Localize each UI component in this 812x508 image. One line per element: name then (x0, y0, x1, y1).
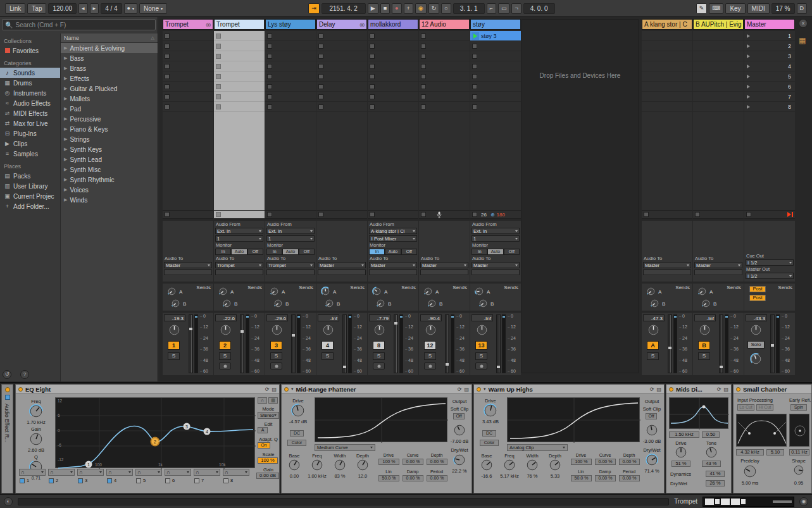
saturator-knob-group[interactable]: Width 76 % (521, 453, 544, 481)
pan-knob[interactable] (425, 324, 437, 336)
clip-slot[interactable] (214, 82, 265, 92)
output-knob[interactable] (646, 424, 658, 437)
scene-slot[interactable]: 7 (744, 92, 795, 102)
device-activator[interactable] (18, 387, 23, 392)
ws-param[interactable]: Period0.00 % (426, 469, 450, 485)
volume-fader[interactable] (445, 314, 449, 373)
key-midi-status-icon[interactable]: ◉ (799, 497, 808, 506)
send-b-knob[interactable] (650, 299, 659, 308)
band-enable-checkbox[interactable] (107, 478, 112, 483)
browser-folder-item[interactable]: ▶ Synth Keys (61, 144, 158, 154)
master-out-select[interactable]: ‖1/2 (746, 273, 794, 279)
output-channel-box[interactable] (643, 269, 691, 275)
volume-fader[interactable] (342, 314, 347, 373)
solo-button[interactable]: S (270, 352, 282, 360)
eq-band-slot[interactable]: ∩ 5 (135, 469, 162, 483)
output-select[interactable]: Master (472, 262, 520, 268)
device-chain-overview[interactable] (703, 497, 794, 507)
solo-button[interactable]: S (219, 352, 231, 360)
soft-clip-toggle[interactable]: Off (646, 413, 657, 419)
send-a-knob[interactable] (646, 287, 656, 296)
scene-launch-icon[interactable] (747, 105, 750, 109)
clip-slot[interactable] (214, 102, 265, 112)
ws-param[interactable]: Depth0.00 % (426, 453, 450, 468)
track-activator[interactable]: B (698, 341, 710, 350)
device-activator[interactable] (736, 387, 740, 392)
mids-tone-knob[interactable] (705, 446, 718, 459)
mixer-view-toggle[interactable]: X (799, 19, 808, 28)
clip-playing[interactable]: støy 3 (470, 31, 521, 41)
mids-drive-knob[interactable] (675, 446, 687, 459)
eq-band-slot[interactable]: ∩ 4 (106, 469, 133, 483)
track-status-row[interactable] (316, 210, 367, 219)
hot-swap-icon[interactable]: ⟳ (458, 387, 462, 392)
back-to-arrangement-icon[interactable] (787, 212, 793, 217)
sidebar-category-item[interactable]: ≈ Audio Effects (0, 98, 60, 108)
device-activator[interactable] (669, 387, 673, 392)
device-title-bar[interactable]: ▾ Warm Up Highs ⟳▤ (474, 385, 664, 394)
clip-slot[interactable] (368, 41, 418, 51)
nudge-down-button[interactable]: ◂ (78, 3, 88, 14)
mids-res-field[interactable]: 0.50 (702, 431, 720, 438)
band-enable-checkbox[interactable] (78, 478, 83, 483)
search-input[interactable] (15, 22, 153, 28)
curve-type-select[interactable]: Medium Curve (315, 444, 375, 451)
midi-map-button[interactable]: MIDI (747, 3, 770, 14)
clip-slot[interactable] (163, 71, 213, 82)
clip-slot[interactable] (316, 51, 367, 61)
eq-graph[interactable]: 12 6 0 -6 -12 100 1k 10k 1 2 3 4 (55, 397, 255, 468)
filter-type-select[interactable]: ∩ (48, 469, 75, 476)
clip-slot[interactable] (316, 41, 367, 51)
sidebar-category-item[interactable]: ◎ Instruments (0, 88, 60, 98)
output-channel-box[interactable] (215, 269, 263, 275)
saturator-knob-group[interactable]: Base 0.00 (283, 453, 306, 481)
output-select[interactable]: Master (643, 262, 691, 268)
clip-slot[interactable] (419, 51, 470, 61)
scene-launch-icon[interactable] (747, 75, 750, 78)
browser-folder-item[interactable]: ▶ Strings (61, 134, 158, 144)
rack-activator[interactable] (5, 387, 10, 392)
send-a-knob[interactable] (423, 287, 433, 296)
sidebar-category-item[interactable]: ♪ Sounds (0, 68, 60, 78)
sidebar-category-item[interactable]: ⊟ Plug-Ins (0, 128, 60, 139)
eq-band-slot[interactable]: ∩ 8 (223, 469, 249, 483)
output-select[interactable]: Master (369, 262, 417, 268)
send-b-knob[interactable] (171, 299, 180, 308)
eq-edit-ab-button[interactable]: A (258, 427, 268, 433)
param-knob[interactable] (549, 459, 561, 471)
clip-slot[interactable] (419, 61, 470, 71)
band-enable-checkbox[interactable] (20, 478, 25, 483)
tempo-field[interactable]: 120.00 (48, 3, 77, 14)
scene-slot[interactable]: 1 (744, 31, 795, 41)
browser-folder-item[interactable]: ▶ Mallets (61, 94, 158, 104)
saturator-knob-group[interactable]: Freq 5.17 kHz (498, 453, 521, 481)
arm-button[interactable] (270, 362, 282, 369)
clip-slot[interactable] (163, 82, 213, 92)
monitor-toggle[interactable]: InAutoOff (369, 249, 417, 255)
track-header[interactable]: Trompet◎ (163, 19, 213, 30)
send-a-knob[interactable] (321, 287, 330, 296)
eq-band-slot[interactable]: ∩ 2 (48, 469, 75, 483)
track-activator[interactable]: 13 (475, 341, 487, 350)
loop-start-display[interactable]: 3. 1. 1 (453, 3, 485, 14)
send-b-knob[interactable] (273, 299, 283, 308)
scene-slot[interactable]: 4 (744, 61, 795, 71)
arm-button[interactable] (475, 362, 487, 369)
drop-files-area[interactable]: Drop Files and Devices Here (522, 19, 639, 373)
input-type-select[interactable]: Ext. In (472, 228, 520, 234)
clip-slot[interactable] (693, 71, 744, 82)
name-column-header[interactable]: Name △ (61, 34, 158, 43)
volume-value[interactable]: -90.4 (420, 314, 442, 321)
track-header[interactable]: støy (470, 19, 521, 30)
clip-slot[interactable] (642, 51, 692, 61)
clip-slot[interactable] (316, 102, 367, 112)
predelay-knob[interactable] (743, 464, 757, 478)
clip-slot[interactable] (642, 82, 692, 92)
cue-out-select[interactable]: ‖1/2 (746, 259, 794, 266)
group-icon[interactable]: ◎ (359, 22, 365, 28)
adapt-q-toggle[interactable]: On (258, 442, 270, 449)
browser-folder-item[interactable]: ▶ Piano & Keys (61, 124, 158, 134)
mids-drive-field[interactable]: 51 % (671, 461, 690, 467)
param-knob[interactable] (480, 459, 493, 471)
clip-play-icon[interactable] (472, 32, 479, 40)
